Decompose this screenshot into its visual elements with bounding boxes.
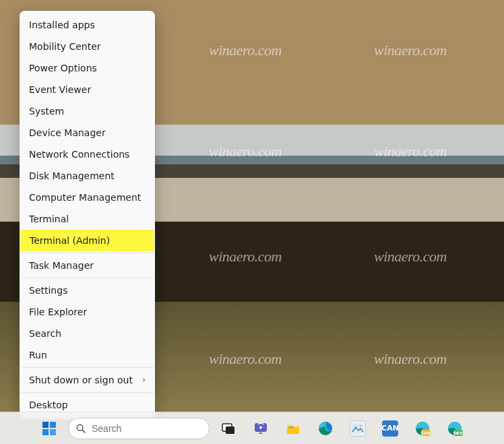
menu-item-terminal[interactable]: Terminal bbox=[20, 208, 155, 230]
svg-rect-7 bbox=[226, 426, 234, 434]
menu-item-power-options[interactable]: Power Options bbox=[20, 57, 155, 79]
canary-button-1[interactable]: CAN bbox=[377, 415, 404, 442]
menu-item-label: Mobility Center bbox=[29, 41, 101, 52]
menu-item-label: Power Options bbox=[29, 63, 97, 73]
search-icon bbox=[75, 423, 86, 434]
menu-separator bbox=[21, 392, 154, 393]
svg-rect-3 bbox=[50, 429, 56, 435]
menu-item-run[interactable]: Run bbox=[20, 344, 155, 366]
menu-item-label: Device Manager bbox=[29, 127, 106, 138]
file-explorer-icon bbox=[285, 420, 301, 437]
menu-item-label: Installed apps bbox=[29, 20, 95, 30]
menu-item-label: Settings bbox=[29, 285, 67, 296]
menu-item-system[interactable]: System bbox=[20, 100, 155, 122]
menu-separator bbox=[21, 253, 154, 253]
svg-text:DEV: DEV bbox=[453, 431, 463, 435]
svg-point-9 bbox=[259, 426, 262, 429]
watermark: winaero.com bbox=[374, 143, 447, 160]
photos-button[interactable] bbox=[344, 415, 371, 442]
winx-context-menu: Installed appsMobility CenterPower Optio… bbox=[20, 11, 155, 419]
svg-point-14 bbox=[360, 424, 362, 426]
taskbar-search[interactable] bbox=[68, 418, 210, 439]
start-icon bbox=[41, 420, 57, 437]
menu-item-label: Event Viewer bbox=[29, 84, 91, 95]
watermark: winaero.com bbox=[209, 248, 282, 265]
svg-rect-1 bbox=[50, 422, 56, 428]
watermark: winaero.com bbox=[209, 42, 282, 59]
svg-rect-0 bbox=[42, 422, 49, 428]
menu-item-label: Desktop bbox=[29, 400, 68, 410]
menu-item-label: Terminal bbox=[29, 214, 69, 224]
svg-rect-13 bbox=[352, 424, 364, 433]
menu-separator bbox=[21, 278, 154, 278]
task-view-icon bbox=[220, 420, 237, 437]
menu-item-label: Shut down or sign out bbox=[29, 375, 133, 385]
menu-item-label: Search bbox=[29, 328, 61, 339]
photos-icon bbox=[350, 420, 366, 437]
menu-item-computer-management[interactable]: Computer Management bbox=[20, 187, 155, 208]
chevron-right-icon: › bbox=[142, 375, 146, 385]
canary-icon: CAN bbox=[414, 420, 431, 437]
watermark: winaero.com bbox=[209, 143, 282, 160]
menu-item-file-explorer[interactable]: File Explorer bbox=[20, 301, 155, 323]
edge-button[interactable] bbox=[312, 415, 339, 442]
menu-item-settings[interactable]: Settings bbox=[20, 280, 155, 301]
menu-separator bbox=[21, 367, 154, 368]
menu-item-label: System bbox=[29, 106, 64, 117]
watermark: winaero.com bbox=[374, 350, 447, 368]
menu-item-mobility-center[interactable]: Mobility Center bbox=[20, 36, 155, 57]
taskbar-search-input[interactable] bbox=[92, 423, 210, 434]
canary-icon: CAN bbox=[382, 420, 398, 437]
watermark: winaero.com bbox=[209, 350, 282, 368]
chat-button[interactable] bbox=[247, 415, 274, 442]
menu-item-task-manager[interactable]: Task Manager bbox=[20, 255, 155, 276]
canary-button-2[interactable]: CAN bbox=[409, 415, 436, 442]
edge-icon bbox=[317, 420, 334, 437]
svg-rect-2 bbox=[42, 429, 49, 435]
menu-item-search[interactable]: Search bbox=[20, 323, 155, 344]
menu-item-terminal-admin[interactable]: Terminal (Admin) bbox=[20, 230, 154, 251]
menu-item-label: Computer Management bbox=[29, 192, 141, 203]
menu-item-network-connections[interactable]: Network Connections bbox=[20, 144, 155, 165]
file-explorer-button[interactable] bbox=[280, 415, 307, 442]
menu-item-label: File Explorer bbox=[29, 307, 87, 317]
menu-item-label: Run bbox=[29, 350, 47, 360]
svg-line-5 bbox=[82, 430, 85, 433]
desktop-background: winaero.com winaero.com winaero.com wina… bbox=[0, 0, 504, 444]
menu-item-label: Disk Management bbox=[29, 170, 115, 181]
menu-item-label: Network Connections bbox=[29, 149, 129, 160]
menu-item-event-viewer[interactable]: Event Viewer bbox=[20, 79, 155, 100]
dev-button[interactable]: DEV bbox=[441, 415, 468, 442]
task-view-button[interactable] bbox=[215, 415, 242, 442]
svg-rect-11 bbox=[288, 426, 294, 428]
menu-item-label: Terminal (Admin) bbox=[30, 235, 110, 246]
menu-item-label: Task Manager bbox=[29, 260, 94, 271]
menu-item-shut-down-or-sign-out[interactable]: Shut down or sign out› bbox=[20, 369, 155, 391]
menu-item-installed-apps[interactable]: Installed apps bbox=[20, 14, 155, 36]
start-button[interactable] bbox=[36, 415, 63, 442]
chat-icon bbox=[253, 420, 269, 437]
watermark: winaero.com bbox=[374, 248, 447, 265]
taskbar: CAN CAN DEV bbox=[0, 412, 504, 444]
svg-rect-10 bbox=[287, 427, 299, 434]
svg-text:CAN: CAN bbox=[421, 431, 431, 435]
menu-item-disk-management[interactable]: Disk Management bbox=[20, 165, 155, 187]
menu-item-device-manager[interactable]: Device Manager bbox=[20, 122, 155, 144]
dev-icon: DEV bbox=[447, 420, 463, 437]
watermark: winaero.com bbox=[374, 42, 447, 59]
